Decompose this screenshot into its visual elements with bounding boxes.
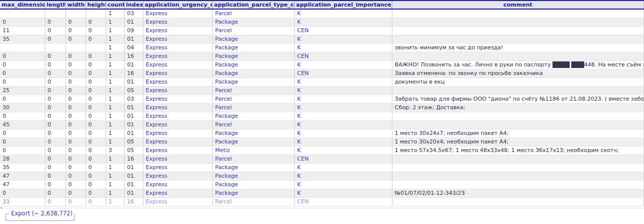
cell-application_parcel_importance_code[interactable]: K: [294, 163, 392, 172]
cell-application_parcel_importance_code[interactable]: K: [294, 137, 392, 146]
cell-application_parcel_importance_code[interactable]: K: [294, 112, 392, 120]
cell-application_urgency_code[interactable]: Express: [143, 129, 212, 137]
cell-application_parcel_importance_code[interactable]: K: [294, 9, 392, 18]
cell-application_parcel_type_code[interactable]: Package: [212, 35, 294, 43]
cell-application_urgency_code[interactable]: Express: [143, 43, 212, 52]
cell-application_parcel_type_code[interactable]: Parcel: [212, 95, 294, 103]
column-header-comment[interactable]: comment: [392, 1, 644, 9]
cell-application_parcel_type_code[interactable]: Parcel: [212, 197, 294, 206]
cell-application_parcel_type_code[interactable]: Package: [212, 78, 294, 86]
cell-length: 0: [45, 112, 65, 120]
cell-application_urgency_code[interactable]: Express: [143, 155, 212, 163]
export-button-label[interactable]: Export (~ 2,638,772): [10, 210, 74, 217]
cell-max_dimension: 47: [0, 172, 45, 180]
cell-application_parcel_type_code[interactable]: Parcel: [212, 155, 294, 163]
cell-application_parcel_importance_code[interactable]: CEN: [294, 155, 392, 163]
cell-comment: [392, 18, 644, 26]
cell-width: [65, 43, 86, 52]
cell-application_urgency_code[interactable]: Express: [143, 103, 212, 112]
cell-application_parcel_importance_code[interactable]: K: [294, 189, 392, 197]
cell-application_urgency_code[interactable]: Express: [143, 163, 212, 172]
cell-application_parcel_type_code[interactable]: Metiz: [212, 146, 294, 155]
column-header-length[interactable]: length: [45, 1, 65, 9]
cell-max_dimension: 0: [0, 60, 45, 69]
cell-application_urgency_code[interactable]: Express: [143, 60, 212, 69]
cell-application_parcel_type_code[interactable]: Package: [212, 18, 294, 26]
cell-length: 0: [45, 189, 65, 197]
cell-application_parcel_importance_code[interactable]: K: [294, 103, 392, 112]
cell-application_parcel_type_code[interactable]: Package: [212, 129, 294, 137]
cell-application_urgency_code[interactable]: Express: [143, 112, 212, 120]
cell-application_parcel_type_code[interactable]: Parcel: [212, 26, 294, 35]
cell-application_parcel_importance_code[interactable]: CEN: [294, 69, 392, 78]
cell-count: 1: [106, 9, 124, 18]
cell-application_urgency_code[interactable]: Express: [143, 18, 212, 26]
cell-application_urgency_code[interactable]: Express: [143, 172, 212, 180]
cell-application_urgency_code[interactable]: Express: [143, 137, 212, 146]
cell-application_urgency_code[interactable]: Express: [143, 78, 212, 86]
cell-application_parcel_importance_code[interactable]: CEN: [294, 52, 392, 60]
cell-length: 0: [45, 86, 65, 95]
cell-index: 16: [124, 155, 143, 163]
cell-width: 0: [65, 137, 86, 146]
cell-comment: Забрать товар для фирмы ООО "диона" по с…: [392, 95, 644, 103]
cell-application_parcel_type_code[interactable]: Package: [212, 43, 294, 52]
cell-application_parcel_importance_code[interactable]: K: [294, 180, 392, 189]
cell-application_urgency_code[interactable]: Express: [143, 52, 212, 60]
cell-application_parcel_type_code[interactable]: Package: [212, 180, 294, 189]
cell-application_urgency_code[interactable]: Express: [143, 69, 212, 78]
cell-application_urgency_code[interactable]: Express: [143, 180, 212, 189]
cell-application_parcel_type_code[interactable]: Parcel: [212, 120, 294, 129]
column-header-max_dimension[interactable]: max_dimension: [0, 1, 45, 9]
cell-application_parcel_importance_code[interactable]: K: [294, 78, 392, 86]
cell-application_parcel_type_code[interactable]: Package: [212, 52, 294, 60]
cell-application_urgency_code[interactable]: Express: [143, 120, 212, 129]
cell-count: 1: [106, 155, 124, 163]
column-header-count[interactable]: count: [106, 1, 124, 9]
cell-application_parcel_importance_code[interactable]: CEN: [294, 197, 392, 206]
table-row: 11000109ExpressParcelCEN: [0, 26, 644, 35]
cell-max_dimension: 0: [0, 112, 45, 120]
cell-application_parcel_type_code[interactable]: Package: [212, 137, 294, 146]
cell-application_parcel_importance_code[interactable]: CEN: [294, 26, 392, 35]
cell-application_parcel_importance_code[interactable]: K: [294, 43, 392, 52]
column-header-application_urgency_code[interactable]: application_urgency_code: [143, 1, 212, 9]
cell-application_parcel_type_code[interactable]: Parcel: [212, 103, 294, 112]
cell-application_parcel_importance_code[interactable]: K: [294, 129, 392, 137]
cell-application_parcel_type_code[interactable]: Parcel: [212, 86, 294, 95]
cell-application_urgency_code[interactable]: Express: [143, 26, 212, 35]
cell-application_parcel_importance_code[interactable]: K: [294, 95, 392, 103]
cell-application_urgency_code[interactable]: Express: [143, 86, 212, 95]
column-header-height[interactable]: height: [86, 1, 106, 9]
cell-application_parcel_importance_code[interactable]: K: [294, 172, 392, 180]
column-header-application_parcel_importance_code[interactable]: application_parcel_importance_code: [294, 1, 392, 9]
bottom-bar: Export (~ 2,638,772): [0, 209, 644, 224]
cell-application_parcel_type_code[interactable]: Package: [212, 172, 294, 180]
cell-application_parcel_importance_code[interactable]: K: [294, 146, 392, 155]
column-header-application_parcel_type_code[interactable]: application_parcel_type_code: [212, 1, 294, 9]
cell-application_parcel_importance_code[interactable]: K: [294, 35, 392, 43]
cell-application_parcel_type_code[interactable]: Parcel: [212, 9, 294, 18]
cell-application_urgency_code[interactable]: Express: [143, 197, 212, 206]
cell-application_urgency_code[interactable]: Express: [143, 146, 212, 155]
cell-application_parcel_type_code[interactable]: Package: [212, 163, 294, 172]
cell-application_parcel_importance_code[interactable]: K: [294, 120, 392, 129]
cell-application_urgency_code[interactable]: Express: [143, 189, 212, 197]
cell-application_parcel_importance_code[interactable]: K: [294, 60, 392, 69]
cell-application_urgency_code[interactable]: Express: [143, 9, 212, 18]
column-header-index[interactable]: index: [124, 1, 143, 9]
cell-application_parcel_type_code[interactable]: Package: [212, 112, 294, 120]
cell-application_parcel_importance_code[interactable]: K: [294, 86, 392, 95]
cell-comment: звонить минимум за час до приезда!: [392, 43, 644, 52]
cell-application_urgency_code[interactable]: Express: [143, 35, 212, 43]
cell-application_parcel_type_code[interactable]: Package: [212, 60, 294, 69]
cell-comment: [392, 35, 644, 43]
column-header-width[interactable]: width: [65, 1, 86, 9]
cell-application_urgency_code[interactable]: Express: [143, 95, 212, 103]
cell-application_parcel_type_code[interactable]: Package: [212, 189, 294, 197]
table-row: 103ExpressParcelK: [0, 9, 644, 18]
cell-application_parcel_type_code[interactable]: Package: [212, 69, 294, 78]
cell-comment: Сбор: 2 этаж; Доставка:: [392, 103, 644, 112]
cell-application_parcel_importance_code[interactable]: K: [294, 18, 392, 26]
export-fieldset[interactable]: Export (~ 2,638,772): [6, 210, 74, 221]
